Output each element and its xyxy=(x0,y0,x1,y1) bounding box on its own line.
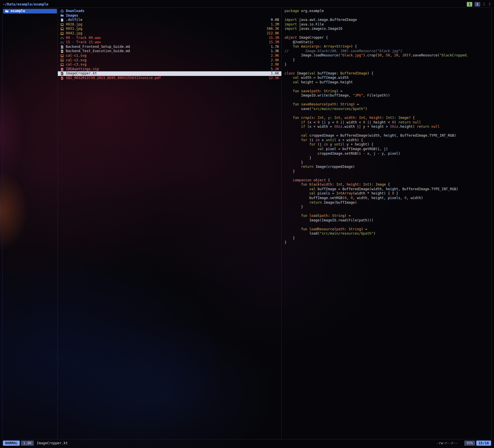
file-size: 2.9K xyxy=(267,58,279,63)
file-name: SBI_0032013739_2023_DE05_0003155631Invoi… xyxy=(66,76,161,80)
code-line: fun loadResource(path: String) = xyxy=(284,227,489,232)
file-name: Backend_Frontend_Setup_Guide.md xyxy=(66,45,130,49)
file-size: 586.3K xyxy=(263,27,279,31)
file-name: Backend_Test_Execution_Guide.md xyxy=(66,49,130,54)
file-name: cal-c2.svg xyxy=(66,58,86,63)
cwd-path: ~/Data/example/example xyxy=(3,2,48,6)
file-name: cal-c3.svg xyxy=(66,62,86,67)
code-line: import javax.imageio.ImageIO xyxy=(284,27,489,31)
code-line: Image(ImageIO.read(File(path))) xyxy=(284,218,489,223)
code-line: val croppedImage = BufferedImage(width, … xyxy=(284,133,489,138)
image-icon xyxy=(60,27,64,31)
code-line: load("src/main/resources/$path") xyxy=(284,231,489,236)
code-line: } xyxy=(284,240,489,245)
code-line xyxy=(284,98,489,103)
file-size: 1.3M xyxy=(267,22,279,27)
tab-2[interactable]: 2 xyxy=(483,2,486,7)
image-icon xyxy=(60,32,64,35)
file-name: Images xyxy=(66,13,78,18)
mode-badge: NORMAL xyxy=(3,441,20,446)
folder-icon xyxy=(60,14,64,17)
code-line: return Image(croppedImage) xyxy=(284,165,489,169)
file-row[interactable]: cal-c2.svg2.9K xyxy=(58,58,281,63)
file-name: .dotfile xyxy=(66,18,82,22)
file-row[interactable]: ImageCropper.kt1.6K xyxy=(58,71,281,76)
code-line xyxy=(284,85,489,89)
file-row[interactable]: IDEAsettings.zip5.2K xyxy=(58,67,281,72)
code-line: } xyxy=(284,169,489,174)
file-row[interactable]: cal-c1.svg2.9K xyxy=(58,54,281,58)
kotlin-icon xyxy=(60,72,64,75)
file-row[interactable]: 0031.jpg586.3K xyxy=(58,27,281,31)
code-line: for (j in y until y + height) { xyxy=(284,142,489,147)
code-line: companion object { xyxy=(284,178,489,183)
file-row[interactable]: Images xyxy=(58,13,281,18)
tab-3[interactable]: 3 xyxy=(488,2,491,7)
tab-bar: 1123 xyxy=(465,2,491,7)
image-icon xyxy=(60,58,64,62)
cursor-position-badge: 15/16 xyxy=(476,441,491,446)
permissions-text: -rw-r--r-- xyxy=(437,441,457,445)
tab-1[interactable]: 1 xyxy=(467,2,472,7)
code-line: } xyxy=(284,205,489,209)
file-size: 1.7K xyxy=(267,45,279,49)
status-right: -rw-r--r-- 93% 15/16 xyxy=(437,441,491,446)
code-line: } xyxy=(284,62,489,67)
file-size: 0.0B xyxy=(267,18,279,22)
file-row[interactable]: .dotfile0.0B xyxy=(58,18,281,22)
code-line xyxy=(284,111,489,116)
pdf-icon xyxy=(60,76,64,80)
file-row[interactable]: 0042.jpg212.9K xyxy=(58,31,281,36)
folder-icon xyxy=(5,9,9,13)
file-name: 0042.jpg xyxy=(66,31,82,36)
code-line: fun saveResource(path: String) = xyxy=(284,102,489,107)
file-pane: DownloadsImages.dotfile0.0B0028.jpg1.3M0… xyxy=(58,8,282,439)
file-row[interactable]: cal-c3.svg2.9K xyxy=(58,62,281,67)
code-line xyxy=(284,67,489,71)
code-line: fun save(path: String) = xyxy=(284,89,489,94)
code-line: object ImageCropper { xyxy=(284,36,489,40)
file-row[interactable]: Backend_Frontend_Setup_Guide.md1.7K xyxy=(58,45,281,49)
zip-icon xyxy=(60,68,64,71)
file-row[interactable]: SBI_0032013739_2023_DE05_0003155631Invoi… xyxy=(58,76,281,80)
code-line xyxy=(284,209,489,214)
tab-1[interactable]: 1 xyxy=(475,2,480,7)
file-row[interactable]: 0028.jpg1.3M xyxy=(58,22,281,27)
code-line: buffImage.setRGB(0, 0, width, height, pi… xyxy=(284,196,489,201)
file-size: 15.3M xyxy=(265,36,279,40)
file-size: 2.9K xyxy=(267,54,279,58)
code-line: fun main(args: Array<String>) { xyxy=(284,44,489,49)
file-name: IDEAsettings.zip xyxy=(66,67,99,72)
parent-pane: example xyxy=(3,8,58,439)
code-line: } xyxy=(284,160,489,165)
code-line: for (i in x until x + width) { xyxy=(284,138,489,143)
code-line: fun crop(x: Int, y: Int, width: Int, hei… xyxy=(284,116,489,120)
markdown-icon xyxy=(60,45,64,49)
parent-item[interactable]: example xyxy=(3,9,57,13)
file-size: 5.2K xyxy=(267,67,279,72)
code-line: // Image.black(100, 100).saveResource("b… xyxy=(284,49,489,54)
file-row[interactable]: 09 - Track 09.wav15.3M xyxy=(58,36,281,40)
file-name: cal-c1.svg xyxy=(66,54,86,58)
code-line: val width = buffImage.width xyxy=(284,76,489,80)
image-icon xyxy=(60,63,64,66)
audio-icon xyxy=(60,36,64,40)
code-line: val pixel = buffImage.getRGB(i, j) xyxy=(284,147,489,152)
status-filename: ImageCropper.kt xyxy=(37,441,68,445)
file-row[interactable]: Backend_Test_Execution_Guide.md1.3K xyxy=(58,49,281,54)
file-row[interactable]: Downloads xyxy=(58,9,281,13)
code-line: save("src/main/resources/$path") xyxy=(284,107,489,111)
downloads-icon xyxy=(60,9,64,13)
terminal-window: ~/Data/example/example 1123 example Down… xyxy=(0,0,494,448)
code-line: } xyxy=(284,58,489,62)
code-line: import java.awt.image.BufferedImage xyxy=(284,18,489,22)
code-line: val buffImage = BufferedImage(width, hei… xyxy=(284,187,489,192)
file-name: Downloads xyxy=(66,9,84,13)
code-line: return Image(buffImage) xyxy=(284,201,489,205)
file-name: 0031.jpg xyxy=(66,27,82,31)
audio-icon xyxy=(60,41,64,44)
parent-item-label: example xyxy=(11,9,25,13)
file-row[interactable]: 15 - Track 15.wav15.3M xyxy=(58,40,281,45)
code-preview: package org.example import java.awt.imag… xyxy=(282,8,491,439)
file-size: 1.6K xyxy=(267,71,279,76)
